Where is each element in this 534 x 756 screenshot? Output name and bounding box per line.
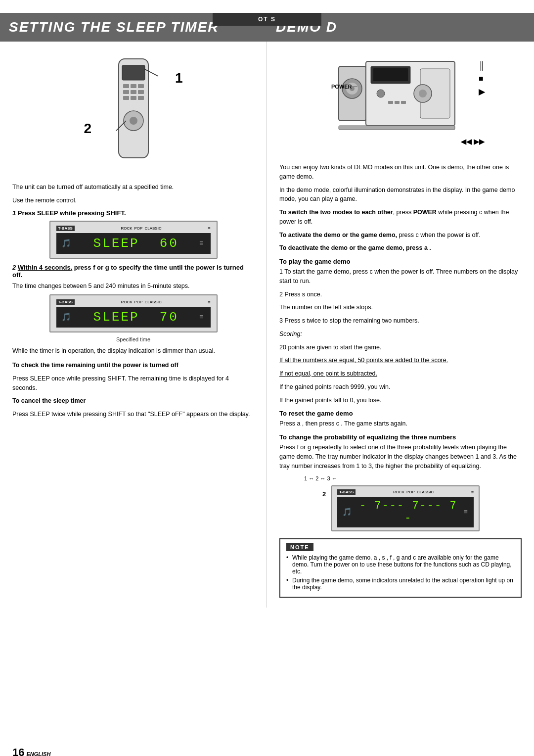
- check-time-body: Press SLEEP once while pressing SHIFT. T…: [12, 374, 254, 393]
- stereo-unit-diagram: POWER ─ ║ ■ ▶ ◀◀ ▶▶: [279, 56, 522, 155]
- activate-demo: To activate the demo or the game demo, p…: [279, 231, 522, 240]
- cancel-body: Press SLEEP twice while pressing SHIFT s…: [12, 410, 254, 419]
- note-box: NOTE While playing the game demo, a , s …: [279, 538, 522, 598]
- check-time-header: To check the time remaining until the po…: [12, 361, 254, 370]
- display-panel-1: T-BASS ROCK POP CLASSIC ≡ 🎵 SLEEP 60 ≡: [49, 221, 218, 259]
- step2-header: 2 Within 4 seconds, press f or g to spec…: [12, 264, 254, 279]
- svg-point-25: [377, 90, 385, 97]
- step1-header: 1 Press SLEEP while pressing SHIFT.: [12, 209, 254, 217]
- display-panel-2: T-BASS ROCK POP CLASSIC ≡ 🎵 SLEEP 70 ≡: [49, 294, 218, 332]
- svg-rect-27: [395, 101, 400, 104]
- scoring-2: If all the numbers are equal, 50 points …: [279, 356, 522, 365]
- svg-rect-8: [123, 96, 129, 100]
- svg-rect-5: [123, 90, 129, 94]
- play-step2b: The number on the left side stops.: [279, 303, 522, 312]
- svg-rect-2: [123, 84, 129, 88]
- right-intro-1: You can enjoy two kinds of DEMO modes on…: [279, 163, 522, 182]
- callout-1: 1: [175, 70, 183, 86]
- cancel-header: To cancel the sleep timer: [12, 396, 254, 406]
- specified-time-label: Specified time: [12, 336, 254, 342]
- scoring-label: Scoring:: [279, 330, 522, 339]
- play-step2: 2 Press s once.: [279, 290, 522, 299]
- svg-point-12: [130, 117, 137, 125]
- reset-body: Press a , then press c . The game starts…: [279, 419, 522, 428]
- svg-rect-4: [138, 84, 144, 88]
- play-step3: 3 Press s twice to stop the remaining tw…: [279, 316, 522, 326]
- note-item-1: While playing the game demo, a , s , f ,…: [286, 554, 515, 575]
- callout-2: 2: [84, 121, 92, 137]
- scoring-3: If not equal, one point is subtracted.: [279, 369, 522, 378]
- left-header-title: SETTING THE SLEEP TIMER: [9, 19, 219, 35]
- right-intro-2: In the demo mode, colorful illumination …: [279, 186, 522, 204]
- prob-body: Press f or g repeatedly to select one of…: [279, 443, 522, 471]
- reset-header: To reset the game demo: [279, 410, 522, 417]
- scoring-1: 20 points are given to start the game.: [279, 343, 522, 352]
- svg-rect-26: [388, 101, 393, 104]
- svg-rect-9: [131, 96, 136, 100]
- note-item-2: During the game demo, some indicators un…: [286, 577, 515, 591]
- remote-control-diagram: [101, 56, 166, 165]
- scoring-5: If the gained points fall to 0, you lose…: [279, 396, 522, 405]
- svg-rect-28: [401, 101, 406, 104]
- footer: 16 ENGLISH: [12, 746, 50, 756]
- intro-text: The unit can be turned off automatically…: [12, 183, 254, 192]
- scoring-4: If the gained points reach 9999, you win…: [279, 382, 522, 392]
- switch-two-modes: To switch the two modes to each other, p…: [279, 208, 522, 227]
- while-timer-text: While the timer is in operation, the dis…: [12, 346, 254, 356]
- svg-rect-3: [131, 84, 136, 88]
- svg-rect-29: [339, 126, 455, 130]
- step2-detail: The time changes between 5 and 240 minut…: [12, 282, 254, 291]
- play-game-header: To play the game demo: [279, 258, 522, 265]
- svg-rect-6: [131, 90, 136, 94]
- tray-indicator-label: 1 ↔ 2 ↔ 3 ←: [304, 475, 522, 481]
- svg-point-24: [419, 90, 427, 97]
- ot-label: OT S: [258, 16, 276, 23]
- language-label: ENGLISH: [26, 751, 50, 756]
- page-number: 16: [12, 746, 24, 756]
- svg-rect-10: [138, 96, 144, 100]
- prob-header: To change the probability of equalizing …: [279, 433, 522, 441]
- deactivate-demo: To deactivate the demo or the game demo,…: [279, 243, 522, 253]
- svg-rect-21: [373, 68, 408, 81]
- use-remote: Use the remote control.: [12, 196, 254, 205]
- play-step1: 1 To start the game demo, press c when t…: [279, 267, 522, 286]
- svg-rect-7: [138, 90, 144, 94]
- svg-rect-1: [122, 65, 145, 80]
- demo-display: 2 T-BASS ROCK POP CLASSIC ≡ 🎵 - 7--- 7--…: [331, 485, 480, 531]
